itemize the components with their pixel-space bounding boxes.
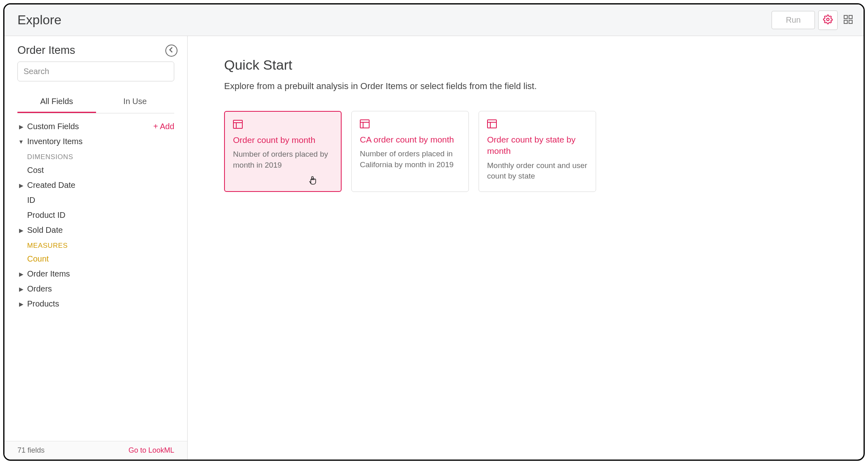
quick-start-title: Quick Start — [224, 57, 843, 73]
page-title: Explore — [17, 13, 772, 28]
caret-right-icon: ▶ — [17, 227, 25, 234]
card-description: Number of orders placed in California by… — [360, 149, 460, 170]
main-content: Quick Start Explore from a prebuilt anal… — [188, 36, 864, 460]
field-count: 71 fields — [17, 446, 45, 455]
dashboard-grid-button[interactable] — [841, 11, 855, 30]
quick-start-subtitle: Explore from a prebuilt analysis in Orde… — [224, 81, 843, 92]
chevron-left-icon — [169, 47, 174, 54]
explore-name: Order Items — [17, 44, 165, 57]
group-custom-fields[interactable]: ▶ Custom Fields + Add — [17, 119, 174, 134]
cursor-icon — [308, 176, 317, 189]
svg-rect-11 — [487, 120, 496, 128]
add-custom-field-link[interactable]: + Add — [153, 122, 174, 131]
caret-right-icon: ▶ — [17, 123, 25, 130]
settings-button[interactable] — [818, 11, 838, 30]
sidebar-footer: 71 fields Go to LookML — [4, 441, 187, 460]
svg-rect-1 — [844, 15, 847, 19]
go-to-lookml-link[interactable]: Go to LookML — [128, 446, 174, 455]
caret-right-icon: ▶ — [17, 286, 25, 292]
caret-right-icon: ▶ — [17, 271, 25, 277]
measures-heading: MEASURES — [17, 238, 174, 251]
collapse-sidebar-button[interactable] — [165, 45, 177, 57]
dimensions-heading: DIMENSIONS — [17, 149, 174, 163]
field-product-id[interactable]: Product ID — [17, 208, 174, 223]
card-title: Order count by state by month — [487, 134, 588, 157]
field-count[interactable]: Count — [17, 251, 174, 266]
field-label: Cost — [27, 166, 44, 175]
group-products[interactable]: ▶ Products — [17, 296, 174, 311]
qs-card-order-count-by-state-by-month[interactable]: Order count by state by month Monthly or… — [479, 111, 596, 192]
tab-all-fields[interactable]: All Fields — [17, 92, 96, 113]
app-window: Explore Run — [3, 3, 865, 461]
field-tabs: All Fields In Use — [17, 92, 174, 113]
tab-in-use[interactable]: In Use — [96, 92, 175, 113]
field-label: Sold Date — [27, 226, 63, 235]
table-icon — [233, 120, 333, 129]
group-inventory-items[interactable]: ▼ Inventory Items — [17, 134, 174, 149]
svg-rect-4 — [849, 20, 852, 23]
svg-rect-2 — [849, 15, 852, 19]
quick-start-cards: Order count by month Number of orders pl… — [224, 111, 843, 192]
table-icon — [360, 119, 460, 128]
search-input[interactable] — [17, 62, 174, 81]
group-label: Custom Fields — [27, 122, 79, 131]
table-icon — [487, 119, 588, 128]
group-label: Orders — [27, 284, 52, 294]
field-created-date[interactable]: ▶ Created Date — [17, 178, 174, 193]
svg-point-0 — [827, 18, 829, 21]
qs-card-order-count-by-month[interactable]: Order count by month Number of orders pl… — [224, 111, 342, 192]
group-label: Inventory Items — [27, 137, 83, 146]
field-cost[interactable]: Cost — [17, 163, 174, 178]
field-label: ID — [27, 196, 35, 205]
field-list: ▶ Custom Fields + Add ▼ Inventory Items … — [4, 113, 187, 441]
group-orders[interactable]: ▶ Orders — [17, 281, 174, 296]
top-toolbar: Explore Run — [4, 4, 864, 36]
svg-rect-5 — [233, 120, 242, 128]
caret-down-icon: ▼ — [17, 138, 25, 145]
group-label: Products — [27, 299, 59, 309]
gear-icon — [823, 15, 833, 26]
run-button[interactable]: Run — [772, 11, 815, 29]
card-title: CA order count by month — [360, 134, 460, 145]
card-title: Order count by month — [233, 134, 333, 146]
field-label: Product ID — [27, 211, 65, 220]
field-sold-date[interactable]: ▶ Sold Date — [17, 223, 174, 238]
group-label: Order Items — [27, 269, 70, 279]
caret-right-icon: ▶ — [17, 301, 25, 307]
field-picker-sidebar: Order Items All Fields In Use — [4, 36, 188, 460]
group-order-items[interactable]: ▶ Order Items — [17, 266, 174, 281]
card-description: Number of orders placed by month in 2019 — [233, 149, 333, 170]
field-id[interactable]: ID — [17, 193, 174, 208]
svg-rect-8 — [360, 120, 369, 128]
svg-rect-3 — [844, 20, 847, 23]
grid-icon — [844, 15, 853, 25]
caret-right-icon: ▶ — [17, 182, 25, 189]
card-description: Monthly order count and user count by st… — [487, 160, 588, 182]
field-label: Created Date — [27, 181, 75, 190]
qs-card-ca-order-count-by-month[interactable]: CA order count by month Number of orders… — [351, 111, 469, 192]
field-label: Count — [27, 254, 49, 264]
